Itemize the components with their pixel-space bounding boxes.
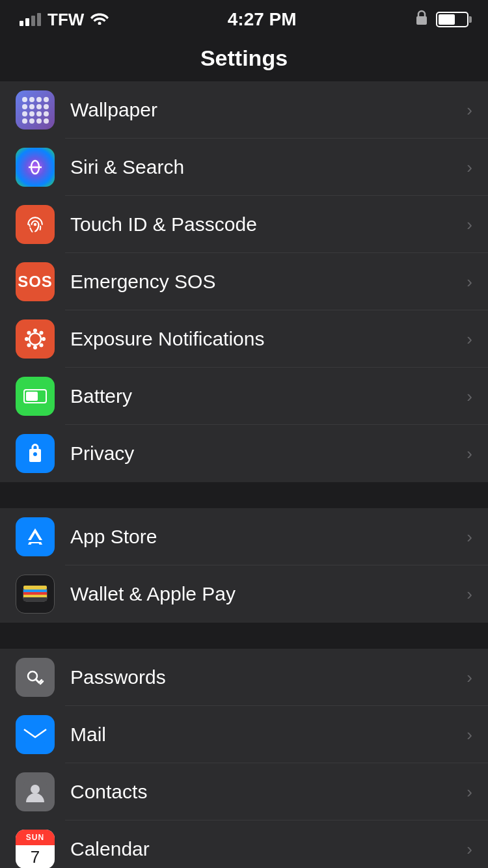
touchid-icon — [16, 205, 55, 244]
section-gap-2 — [0, 623, 488, 649]
chevron-icon: › — [467, 157, 472, 178]
contacts-icon — [16, 772, 55, 811]
svg-point-8 — [25, 337, 29, 341]
settings-item-battery[interactable]: Battery › — [0, 368, 488, 425]
privacy-label: Privacy — [70, 442, 459, 465]
siri-icon — [16, 148, 55, 187]
sos-text: SOS — [18, 273, 53, 291]
page-title: Settings — [0, 39, 488, 81]
battery-fill — [439, 14, 455, 25]
chevron-icon: › — [467, 444, 472, 464]
svg-rect-0 — [416, 16, 427, 25]
settings-item-appstore[interactable]: App Store › — [0, 508, 488, 565]
section-2: App Store › Wallet & Apple Pay › — [0, 508, 488, 623]
mail-label: Mail — [70, 724, 459, 746]
chevron-icon: › — [467, 668, 472, 688]
battery-label: Battery — [70, 385, 459, 407]
touchid-label: Touch ID & Passcode — [70, 213, 459, 236]
svg-point-13 — [27, 344, 31, 347]
svg-rect-19 — [23, 597, 47, 601]
svg-point-9 — [42, 337, 46, 341]
exposure-icon — [16, 319, 55, 359]
svg-rect-15 — [23, 586, 47, 590]
svg-rect-17 — [23, 592, 47, 595]
carrier-label: TFW — [47, 10, 84, 30]
chevron-icon: › — [467, 387, 472, 407]
section-gap-1 — [0, 482, 488, 508]
chevron-icon: › — [467, 272, 472, 292]
battery-icon-fill — [26, 392, 38, 401]
wallpaper-icon — [16, 90, 55, 129]
privacy-icon — [16, 434, 55, 473]
section-3: Passwords › Mail › Contacts › SUN — [0, 649, 488, 868]
signal-bar-3 — [31, 16, 35, 26]
svg-rect-16 — [23, 590, 47, 592]
chevron-icon: › — [467, 329, 472, 349]
sos-label: Emergency SOS — [70, 271, 459, 293]
passwords-label: Passwords — [70, 666, 459, 688]
svg-point-11 — [40, 344, 44, 347]
mail-icon — [16, 715, 55, 754]
settings-item-sos[interactable]: SOS Emergency SOS › — [0, 253, 488, 310]
settings-item-touchid[interactable]: Touch ID & Passcode › — [0, 196, 488, 253]
signal-bar-1 — [20, 21, 23, 26]
appstore-icon — [16, 517, 55, 556]
settings-item-mail[interactable]: Mail › — [0, 706, 488, 763]
settings-item-passwords[interactable]: Passwords › — [0, 649, 488, 706]
svg-point-10 — [27, 331, 31, 335]
svg-point-26 — [31, 785, 40, 794]
settings-item-privacy[interactable]: Privacy › — [0, 425, 488, 482]
wallpaper-dots — [22, 97, 48, 123]
settings-item-wallet[interactable]: Wallet & Apple Pay › — [0, 565, 488, 623]
sos-icon: SOS — [16, 262, 55, 301]
siri-label: Siri & Search — [70, 156, 459, 178]
svg-point-4 — [34, 223, 37, 226]
battery-shell — [436, 12, 468, 27]
battery-icon-rect — [23, 389, 47, 403]
appstore-label: App Store — [70, 526, 459, 548]
svg-point-5 — [29, 333, 41, 345]
status-left: TFW — [20, 10, 109, 30]
signal-bar-4 — [37, 13, 41, 26]
settings-item-siri[interactable]: Siri & Search › — [0, 139, 488, 196]
contacts-label: Contacts — [70, 781, 459, 803]
wifi-icon — [90, 10, 109, 29]
chevron-icon: › — [467, 527, 472, 547]
chevron-icon: › — [467, 782, 472, 802]
chevron-icon: › — [467, 215, 472, 235]
svg-point-7 — [33, 346, 37, 349]
chevron-icon: › — [467, 584, 472, 604]
svg-point-12 — [40, 331, 44, 335]
exposure-label: Exposure Notifications — [70, 328, 459, 350]
settings-item-calendar[interactable]: SUN 7 Calendar › — [0, 821, 488, 868]
wallpaper-label: Wallpaper — [70, 99, 459, 121]
settings-item-wallpaper[interactable]: Wallpaper › — [0, 81, 488, 139]
passwords-icon — [16, 658, 55, 697]
section-1: Wallpaper › Siri & Search › — [0, 81, 488, 482]
status-time: 4:27 PM — [228, 9, 297, 30]
wallet-icon — [16, 575, 55, 614]
chevron-icon: › — [467, 725, 472, 745]
status-bar: TFW 4:27 PM — [0, 0, 488, 39]
signal-bar-2 — [25, 18, 29, 26]
signal-bars — [20, 13, 41, 26]
svg-rect-18 — [23, 595, 47, 597]
wallet-label: Wallet & Apple Pay — [70, 583, 459, 605]
battery-icon — [16, 377, 55, 416]
battery-indicator — [436, 12, 468, 27]
status-right — [415, 10, 468, 29]
lock-icon — [415, 10, 428, 29]
chevron-icon: › — [467, 839, 472, 860]
calendar-icon: SUN 7 — [16, 830, 55, 868]
settings-item-contacts[interactable]: Contacts › — [0, 763, 488, 821]
chevron-icon: › — [467, 100, 472, 120]
settings-item-exposure[interactable]: Exposure Notifications › — [0, 310, 488, 368]
svg-rect-24 — [24, 726, 46, 743]
svg-point-6 — [33, 329, 37, 332]
calendar-label: Calendar — [70, 838, 459, 860]
